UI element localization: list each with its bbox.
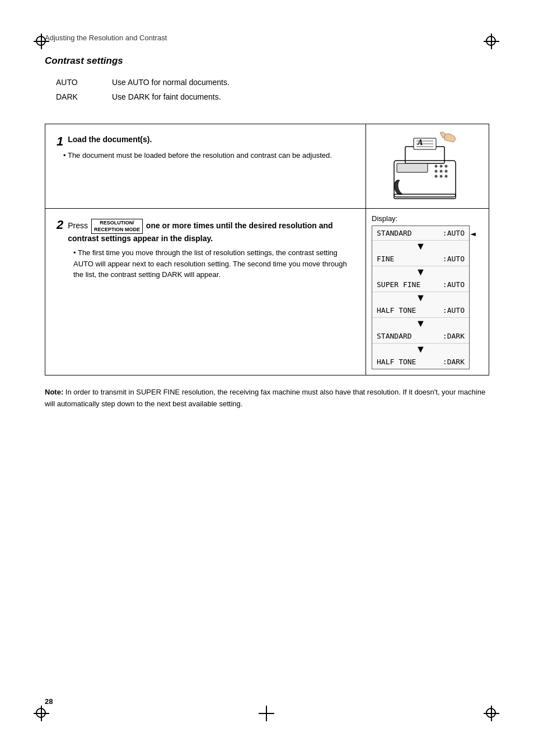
svg-rect-6	[397, 163, 428, 172]
display-row-4-right: :DARK	[443, 332, 465, 340]
svg-text:A: A	[417, 138, 423, 147]
svg-point-7	[434, 165, 437, 168]
display-row-0-left: STANDARD	[377, 229, 412, 237]
display-row-0-arrow: ◄	[470, 228, 476, 238]
contrast-label-auto: AUTO	[56, 78, 112, 87]
svg-point-10	[434, 170, 437, 173]
step2-press-prefix: Press	[68, 221, 88, 230]
contrast-desc-dark: Use DARK for faint documents.	[112, 92, 221, 101]
fax-machine-svg: A	[377, 130, 478, 203]
corner-mark-tl	[34, 34, 50, 50]
down-arrow-4: ▼	[372, 344, 469, 355]
display-row-4-left: STANDARD	[377, 332, 412, 340]
resolution-mode-button[interactable]: RESOLUTION/RECEPTION MODE	[91, 219, 143, 234]
display-row-1: FINE :AUTO	[372, 252, 469, 266]
svg-point-11	[439, 170, 442, 173]
step1-number: 1	[57, 134, 63, 149]
display-row-1-right: :AUTO	[443, 255, 465, 263]
display-row-2: SUPER FINE :AUTO	[372, 278, 469, 292]
step1-heading: Load the document(s).	[68, 135, 152, 144]
breadcrumb: Adjusting the Resolution and Contrast	[45, 34, 489, 42]
step1-left: 1 Load the document(s). The document mus…	[45, 124, 366, 208]
display-row-5: HALF TONE :DARK	[372, 355, 469, 369]
corner-mark-tr	[484, 34, 500, 50]
down-arrow-2: ▼	[372, 292, 469, 303]
display-row-3: HALF TONE :AUTO	[372, 303, 469, 318]
svg-point-8	[439, 165, 442, 168]
display-row-5-right: :DARK	[443, 358, 465, 366]
down-arrow-0: ▼	[372, 241, 469, 252]
step1-bullet: The document must be loaded before the r…	[63, 150, 354, 161]
corner-mark-bc	[259, 706, 275, 722]
section-title: Contrast settings	[45, 55, 489, 67]
svg-point-9	[444, 165, 447, 168]
step1-container: 1 Load the document(s). The document mus…	[45, 124, 489, 209]
display-row-1-left: FINE	[377, 255, 394, 263]
step2-container: 2 Press RESOLUTION/RECEPTION MODE one or…	[45, 209, 489, 375]
display-label: Display:	[372, 214, 483, 223]
note-section: Note: In order to transmit in SUPER FINE…	[45, 387, 489, 410]
svg-point-13	[434, 175, 437, 178]
corner-mark-br	[484, 706, 500, 722]
down-arrow-3: ▼	[372, 318, 469, 329]
page-number: 28	[45, 697, 53, 706]
steps-box: 1 Load the document(s). The document mus…	[45, 124, 489, 375]
step2-bullet: The first time you move through the list…	[73, 247, 354, 280]
display-row-0: STANDARD :AUTO ◄	[372, 226, 469, 241]
display-row-0-right: :AUTO	[443, 229, 465, 237]
step2-left: 2 Press RESOLUTION/RECEPTION MODE one or…	[45, 209, 366, 375]
corner-mark-bl	[34, 706, 50, 722]
note-label: Note:	[45, 388, 63, 396]
display-row-2-left: SUPER FINE	[377, 280, 420, 289]
display-row-2-right: :AUTO	[443, 280, 465, 289]
svg-rect-16	[394, 194, 456, 199]
svg-point-14	[439, 175, 442, 178]
display-panel: STANDARD :AUTO ◄ ▼ FINE :AUTO ▼ SUPER FI…	[372, 226, 470, 369]
down-arrow-1: ▼	[372, 266, 469, 278]
svg-point-15	[444, 175, 447, 178]
contrast-row-auto: AUTO Use AUTO for normal documents.	[56, 78, 489, 87]
step1-illustration: A	[366, 124, 489, 208]
display-row-3-right: :AUTO	[443, 306, 465, 314]
step2-number: 2	[57, 218, 63, 232]
contrast-row-dark: DARK Use DARK for faint documents.	[56, 92, 489, 101]
contrast-settings-table: AUTO Use AUTO for normal documents. DARK…	[56, 78, 489, 101]
display-row-5-left: HALF TONE	[377, 358, 416, 366]
contrast-label-dark: DARK	[56, 92, 112, 101]
display-row-4: STANDARD :DARK	[372, 329, 469, 344]
step2-display-panel: Display: STANDARD :AUTO ◄ ▼ FINE :AUTO ▼	[366, 209, 489, 375]
svg-point-12	[444, 170, 447, 173]
note-text: In order to transmit in SUPER FINE resol…	[45, 388, 485, 408]
display-row-3-left: HALF TONE	[377, 306, 416, 314]
contrast-desc-auto: Use AUTO for normal documents.	[112, 78, 229, 87]
